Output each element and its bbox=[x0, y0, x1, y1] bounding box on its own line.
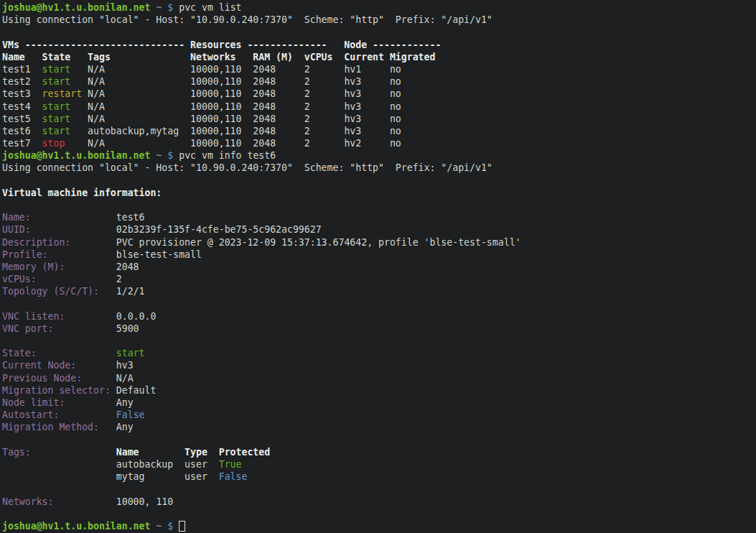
terminal-line: mytag user False bbox=[2, 471, 756, 483]
terminal-line: vCPUs: 2 bbox=[2, 273, 756, 285]
terminal-text-segment: test3 bbox=[2, 88, 42, 99]
terminal-line: Name State Tags Networks RAM (M) vCPUs C… bbox=[2, 51, 756, 63]
terminal-line bbox=[2, 298, 756, 310]
terminal-text-segment: Tags: bbox=[2, 447, 31, 458]
terminal-text-segment: Name Type Protected bbox=[116, 447, 270, 458]
terminal-line: Virtual machine information: bbox=[2, 187, 756, 199]
terminal-line: Node limit: Any bbox=[2, 397, 756, 409]
terminal-text-segment: test7 bbox=[2, 138, 42, 149]
terminal-line: Autostart: False bbox=[2, 409, 756, 421]
terminal-line: test1 start N/A 10000,110 2048 2 hv1 no bbox=[2, 63, 756, 75]
terminal-line: Previous Node: N/A bbox=[2, 372, 756, 384]
terminal-text-segment: pvc vm list bbox=[173, 2, 241, 13]
terminal-text-segment: start bbox=[116, 348, 145, 358]
terminal-text-segment: Virtual machine information: bbox=[2, 187, 162, 198]
terminal-line: Networks: 10000, 110 bbox=[2, 496, 756, 508]
terminal-line: test4 start N/A 10000,110 2048 2 hv3 no bbox=[2, 101, 756, 113]
terminal-text-segment: joshua@hv1.t.u.bonilan.net bbox=[2, 521, 150, 532]
terminal-line: autobackup user True bbox=[2, 458, 756, 471]
terminal-line: test7 stop N/A 10000,110 2048 2 hv2 no bbox=[2, 137, 756, 149]
terminal-text-segment: start bbox=[42, 76, 88, 87]
terminal-text-segment: 2048 bbox=[65, 261, 139, 272]
terminal-text-segment: 1/2/1 bbox=[99, 286, 145, 297]
terminal-line bbox=[2, 335, 756, 347]
terminal-line: joshua@hv1.t.u.bonilan.net ~ $ bbox=[2, 520, 756, 532]
terminal-text-segment: State: bbox=[2, 348, 37, 358]
terminal-line: joshua@hv1.t.u.bonilan.net ~ $ pvc vm li… bbox=[2, 1, 756, 14]
terminal-text-segment: Topology (S/C/T): bbox=[2, 286, 99, 297]
terminal-line bbox=[2, 175, 756, 187]
terminal-text-segment: Migration Method: bbox=[2, 422, 99, 432]
terminal-text-segment: 2 bbox=[37, 274, 122, 284]
terminal-text-segment: N/A 10000,110 2048 2 hv3 no bbox=[88, 88, 401, 99]
terminal-text-segment: autobackup user bbox=[2, 459, 219, 470]
terminal-text-segment: False bbox=[116, 409, 145, 420]
terminal-text-segment: Profile: bbox=[2, 249, 48, 260]
terminal-text-segment: Default bbox=[111, 385, 157, 396]
terminal-text-segment: start bbox=[42, 101, 88, 112]
terminal[interactable]: joshua@hv1.t.u.bonilan.net ~ $ pvc vm li… bbox=[0, 0, 756, 533]
terminal-text-segment: Description: bbox=[2, 237, 70, 248]
terminal-text-segment: VNC port: bbox=[2, 323, 53, 334]
terminal-text-segment: False bbox=[219, 471, 248, 482]
terminal-line bbox=[2, 508, 756, 520]
terminal-line: VNC listen: 0.0.0.0 bbox=[2, 310, 756, 323]
terminal-text-segment bbox=[173, 521, 179, 532]
terminal-line bbox=[2, 434, 756, 446]
terminal-text-segment: pvc vm info test6 bbox=[173, 150, 276, 161]
terminal-text-segment: start bbox=[42, 126, 88, 136]
terminal-line: test6 start autobackup,mytag 10000,110 2… bbox=[2, 125, 756, 137]
terminal-text-segment: hv3 bbox=[76, 360, 133, 371]
terminal-text-segment bbox=[37, 348, 116, 358]
terminal-line: State: start bbox=[2, 347, 756, 359]
terminal-text-segment: restart bbox=[42, 88, 88, 99]
terminal-text-segment: vCPUs: bbox=[2, 274, 37, 284]
terminal-line: test2 start N/A 10000,110 2048 2 hv3 no bbox=[2, 75, 756, 88]
terminal-text-segment bbox=[59, 409, 116, 420]
terminal-text-segment: test1 bbox=[2, 64, 42, 75]
terminal-line: VMs ---------------------------- Resourc… bbox=[2, 39, 756, 51]
terminal-text-segment: Migration selector: bbox=[2, 385, 111, 396]
terminal-line: Using connection "local" - Host: "10.90.… bbox=[2, 162, 756, 174]
terminal-line: Name: test6 bbox=[2, 211, 756, 223]
terminal-line: Profile: blse-test-small bbox=[2, 249, 756, 261]
terminal-text-segment: Any bbox=[65, 397, 133, 408]
terminal-text-segment: Any bbox=[99, 422, 134, 432]
terminal-line: test5 start N/A 10000,110 2048 2 hv3 no bbox=[2, 113, 756, 125]
terminal-text-segment: 02b3239f-135f-4cfe-be75-5c962ac99627 bbox=[31, 224, 322, 235]
terminal-text-segment: test2 bbox=[2, 76, 42, 87]
terminal-text-segment: test6 bbox=[31, 212, 145, 223]
terminal-text-segment: joshua@hv1.t.u.bonilan.net bbox=[2, 2, 150, 13]
terminal-text-segment: Name State Tags Networks RAM (M) vCPUs C… bbox=[2, 52, 435, 62]
terminal-text-segment: N/A 10000,110 2048 2 hv2 no bbox=[88, 138, 401, 149]
terminal-line: Current Node: hv3 bbox=[2, 359, 756, 371]
terminal-line: Tags: Name Type Protected bbox=[2, 446, 756, 458]
terminal-line: UUID: 02b3239f-135f-4cfe-be75-5c962ac996… bbox=[2, 223, 756, 236]
terminal-text-segment: autobackup,mytag 10000,110 2048 2 hv3 no bbox=[88, 126, 401, 136]
terminal-text-segment: Using connection "local" - Host: "10.90.… bbox=[2, 162, 493, 173]
terminal-text-segment: N/A 10000,110 2048 2 hv3 no bbox=[88, 76, 401, 87]
terminal-text-segment: start bbox=[42, 113, 88, 124]
terminal-text-segment: test6 bbox=[2, 126, 42, 136]
terminal-text-segment: mytag user bbox=[2, 471, 219, 482]
terminal-output: joshua@hv1.t.u.bonilan.net ~ $ pvc vm li… bbox=[0, 0, 756, 532]
terminal-text-segment: joshua@hv1.t.u.bonilan.net bbox=[2, 150, 150, 161]
terminal-line: Memory (M): 2048 bbox=[2, 261, 756, 273]
terminal-line: Migration Method: Any bbox=[2, 421, 756, 433]
terminal-text-segment: 5900 bbox=[53, 323, 139, 334]
terminal-text-segment bbox=[31, 447, 116, 458]
terminal-line: Using connection "local" - Host: "10.90.… bbox=[2, 14, 756, 26]
terminal-text-segment: VNC listen: bbox=[2, 311, 65, 322]
terminal-line: Topology (S/C/T): 1/2/1 bbox=[2, 285, 756, 297]
terminal-text-segment: N/A 10000,110 2048 2 hv3 no bbox=[88, 113, 401, 124]
terminal-text-segment: VMs ---------------------------- Resourc… bbox=[2, 40, 441, 50]
terminal-text-segment: start bbox=[42, 64, 88, 75]
terminal-cursor[interactable] bbox=[179, 521, 185, 532]
terminal-text-segment: N/A bbox=[82, 373, 133, 384]
terminal-line: VNC port: 5900 bbox=[2, 323, 756, 335]
terminal-text-segment: 0.0.0.0 bbox=[65, 311, 156, 322]
terminal-line bbox=[2, 26, 756, 38]
terminal-text-segment: Node limit: bbox=[2, 397, 65, 408]
terminal-text-segment: True bbox=[219, 459, 242, 470]
terminal-text-segment: stop bbox=[42, 138, 88, 149]
